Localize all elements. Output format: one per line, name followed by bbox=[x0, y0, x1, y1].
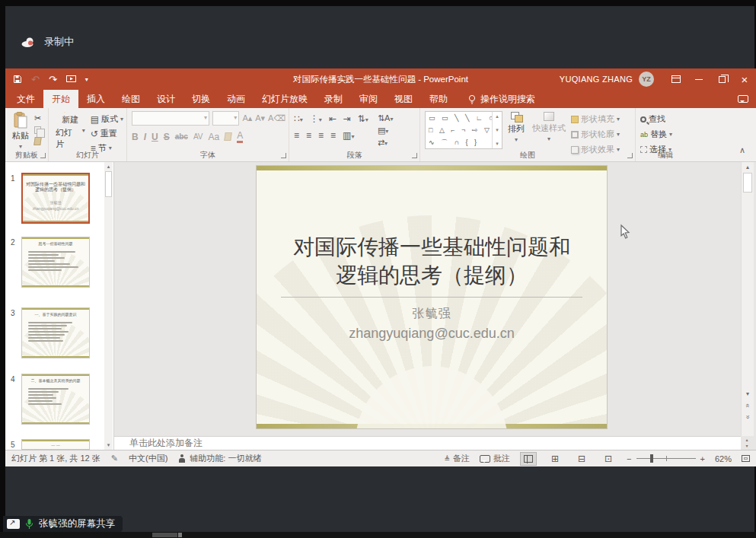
scroll-up-icon[interactable]: ▴ bbox=[742, 164, 754, 170]
tell-me-search[interactable]: 操作说明搜索 bbox=[468, 90, 535, 108]
cut-icon[interactable]: ✂ bbox=[34, 113, 41, 123]
zoom-in-icon[interactable]: + bbox=[700, 454, 705, 463]
tab-transitions[interactable]: 切换 bbox=[183, 90, 219, 108]
tab-review[interactable]: 审阅 bbox=[351, 90, 386, 108]
main-scrollbar[interactable]: ▴ ▾ « « bbox=[741, 162, 754, 436]
comments-toggle[interactable]: 批注 bbox=[480, 453, 510, 464]
clear-formatting-icon[interactable]: A⌫ bbox=[268, 113, 285, 123]
ribbon-display-options-button[interactable] bbox=[665, 68, 687, 90]
layout-button[interactable]: ▤版式▾ bbox=[91, 113, 123, 125]
strikethrough-icon[interactable]: S bbox=[164, 132, 170, 142]
justify-icon[interactable]: ≡ bbox=[330, 130, 336, 141]
save-icon[interactable] bbox=[13, 75, 22, 84]
arrange-button[interactable]: 排列▾ bbox=[506, 111, 527, 151]
slide-sorter-view-button[interactable]: ⊞ bbox=[547, 452, 563, 466]
replace-button[interactable]: ab替换▾ bbox=[640, 129, 672, 140]
undo-icon[interactable]: ↶ bbox=[31, 74, 40, 85]
bullets-icon[interactable]: ∷▾ bbox=[294, 113, 303, 124]
align-left-icon[interactable]: ≡ bbox=[294, 130, 299, 141]
zoom-level[interactable]: 62% bbox=[715, 454, 732, 463]
tab-slideshow[interactable]: 幻灯片放映 bbox=[254, 90, 316, 108]
subscript-icon[interactable]: abc bbox=[175, 132, 188, 141]
change-case-icon[interactable]: Aa bbox=[209, 132, 220, 142]
font-dialog-launcher[interactable] bbox=[281, 153, 286, 158]
format-painter-icon[interactable] bbox=[34, 137, 41, 145]
thumbnail-slide-4[interactable]: 二、基本概念及其特质的问题 bbox=[21, 374, 90, 425]
start-slideshow-icon[interactable] bbox=[66, 75, 76, 83]
tab-home[interactable]: 开始 bbox=[43, 90, 78, 108]
paragraph-dialog-launcher[interactable] bbox=[412, 153, 417, 158]
thumb-scroll-thumb[interactable] bbox=[105, 171, 112, 197]
find-button[interactable]: 查找 bbox=[640, 113, 672, 125]
thumbnail-slide-2[interactable]: 思考一些基础性问题 bbox=[21, 237, 90, 288]
drawing-dialog-launcher[interactable] bbox=[627, 153, 633, 158]
normal-view-button[interactable] bbox=[520, 452, 537, 466]
zoom-out-icon[interactable]: − bbox=[627, 454, 631, 463]
reading-view-button[interactable]: ⊟ bbox=[573, 452, 590, 466]
quick-styles-button[interactable]: 快速样式▾ bbox=[530, 111, 568, 151]
increase-indent-icon[interactable]: ⇥ bbox=[343, 113, 351, 124]
tab-animations[interactable]: 动画 bbox=[219, 90, 254, 108]
thumbnail-slide-3[interactable]: 一、基于实践的问题意识 bbox=[21, 307, 90, 358]
scroll-thumb[interactable] bbox=[743, 173, 752, 193]
numbering-icon[interactable]: ⋮▾ bbox=[310, 113, 322, 124]
next-slide-icon[interactable]: « bbox=[742, 413, 754, 421]
shape-outline-button[interactable]: 形状轮廓▾ bbox=[571, 129, 620, 140]
align-right-icon[interactable]: ≡ bbox=[318, 130, 324, 141]
font-color-icon[interactable]: A bbox=[237, 130, 243, 143]
new-slide-button[interactable]: 新建 幻灯片▾ bbox=[53, 111, 88, 151]
notes-scroll-arrows[interactable]: ▴▾ bbox=[742, 437, 752, 449]
language-indicator[interactable]: 中文(中国) bbox=[129, 453, 167, 464]
slide-email[interactable]: zhangyuqiang@cuc.edu.cn bbox=[257, 326, 607, 342]
slide-title[interactable]: 对国际传播一些基础性问题和 逻辑的思考（提纲） bbox=[264, 233, 599, 289]
shape-fill-button[interactable]: 形状填充▾ bbox=[571, 113, 620, 125]
notes-pane[interactable]: 单击此处添加备注 bbox=[114, 436, 741, 450]
text-direction-icon[interactable]: ⇅A▾ bbox=[378, 113, 394, 123]
convert-smartart-icon[interactable]: ⇄▾ bbox=[378, 138, 394, 148]
line-spacing-icon[interactable]: ⇅▾ bbox=[358, 113, 368, 124]
columns-icon[interactable]: ▥▾ bbox=[343, 130, 354, 141]
tab-draw[interactable]: 绘图 bbox=[113, 90, 148, 108]
zoom-slider[interactable] bbox=[636, 458, 696, 459]
thumbnail-scrollbar[interactable]: ▴ ▾ bbox=[104, 162, 113, 450]
tab-help[interactable]: 帮助 bbox=[421, 90, 456, 108]
underline-icon[interactable]: U bbox=[152, 132, 158, 142]
tab-insert[interactable]: 插入 bbox=[78, 90, 113, 108]
slide-editor[interactable]: 对国际传播一些基础性问题和 逻辑的思考（提纲） 张毓强 zhangyuqiang… bbox=[257, 166, 607, 428]
slideshow-view-button[interactable]: ⊡ bbox=[600, 452, 617, 466]
accessibility-status[interactable]: 辅助功能: 一切就绪 bbox=[178, 453, 261, 464]
shapes-gallery-arrows[interactable]: ▴▾▾ bbox=[492, 112, 502, 148]
scroll-down-icon[interactable]: ▾ bbox=[742, 390, 754, 397]
bold-icon[interactable]: B bbox=[132, 132, 139, 142]
shapes-gallery[interactable]: ▭ ▭ ╲ ╲ ∟ ○ □ △ ⌐ ¬ ⇨ ▽ ∿ ⌒ ∩ { } ▴▾▾ bbox=[425, 111, 502, 149]
shrink-font-icon[interactable]: A▾ bbox=[255, 113, 265, 123]
grow-font-icon[interactable]: A▴ bbox=[242, 113, 252, 123]
collapse-ribbon-icon[interactable]: ∧ bbox=[739, 145, 745, 155]
character-spacing-icon[interactable]: AV bbox=[193, 132, 203, 141]
tab-design[interactable]: 设计 bbox=[148, 90, 183, 108]
font-name-select[interactable] bbox=[132, 111, 209, 126]
avatar[interactable]: YZ bbox=[639, 72, 654, 87]
thumbnail-slide-5[interactable]: — — bbox=[21, 439, 90, 450]
pen-icon[interactable]: ✎ bbox=[111, 454, 118, 463]
comments-icon[interactable] bbox=[738, 95, 748, 103]
slide-canvas[interactable]: 对国际传播一些基础性问题和 逻辑的思考（提纲） 张毓强 zhangyuqiang… bbox=[114, 162, 741, 436]
paste-button[interactable]: 粘贴▾ bbox=[10, 111, 31, 151]
slide-author[interactable]: 张毓强 bbox=[257, 306, 607, 322]
tab-view[interactable]: 视图 bbox=[386, 90, 421, 108]
thumb-scroll-up-icon[interactable]: ▴ bbox=[104, 164, 113, 170]
qat-customize-caret[interactable]: ▾ bbox=[85, 76, 88, 83]
decrease-indent-icon[interactable]: ⇤ bbox=[329, 113, 337, 124]
close-button[interactable]: × bbox=[733, 68, 756, 90]
clipboard-dialog-launcher[interactable] bbox=[40, 153, 46, 158]
align-text-icon[interactable]: ▤▾ bbox=[378, 126, 394, 135]
reset-button[interactable]: ↺重置 bbox=[91, 128, 123, 139]
zoom-slider-thumb[interactable] bbox=[650, 454, 653, 463]
notes-toggle[interactable]: ≜备注 bbox=[445, 453, 471, 464]
thumb-scroll-down-icon[interactable]: ▾ bbox=[104, 442, 113, 448]
copy-icon[interactable] bbox=[34, 126, 41, 134]
slide-counter[interactable]: 幻灯片 第 1 张, 共 12 张 bbox=[11, 453, 100, 464]
text-highlight-icon[interactable] bbox=[224, 132, 232, 141]
thumbnail-slide-1[interactable]: 对国际传播一些基础性问题和逻辑的思考（提纲） 张毓强 zhangyuqiang@… bbox=[21, 173, 90, 224]
restore-button[interactable] bbox=[710, 68, 733, 90]
